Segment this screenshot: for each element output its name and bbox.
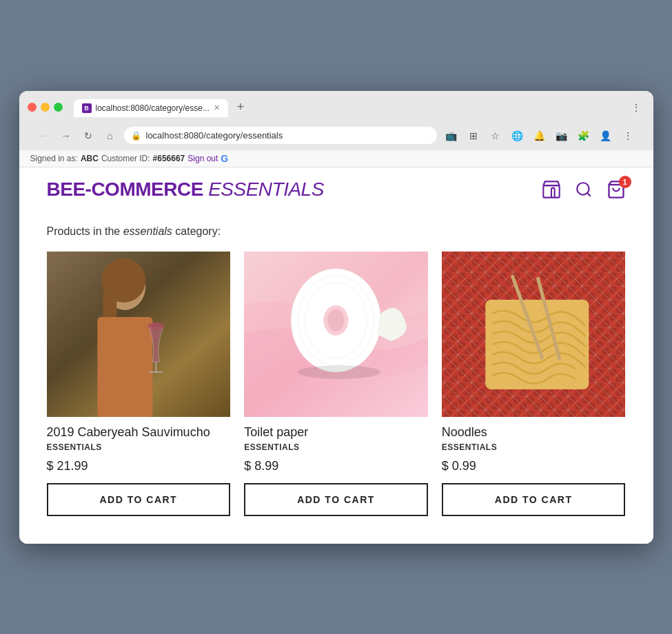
sign-out-link[interactable]: Sign out xyxy=(187,154,218,163)
close-button[interactable] xyxy=(28,103,37,112)
product-price-noodles: $ 0.99 xyxy=(442,459,626,473)
address-input[interactable] xyxy=(124,127,437,144)
svg-point-20 xyxy=(327,309,344,331)
tab-grid-button[interactable]: ⊞ xyxy=(465,127,482,145)
traffic-lights xyxy=(28,103,63,112)
customer-id-label: Customer ID: xyxy=(101,154,150,163)
ext2-button[interactable]: 🔔 xyxy=(531,127,549,145)
tab-title: localhost:8080/category/esse... xyxy=(96,103,210,113)
tab-close-button[interactable]: ✕ xyxy=(214,103,220,112)
product-image-noodles xyxy=(442,252,626,417)
signed-in-bar: Signed in as: ABC Customer ID: #656667 S… xyxy=(19,150,653,167)
browser-window: B localhost:8080/category/esse... ✕ + ⋮ … xyxy=(19,91,653,544)
product-category-wine: ESSENTIALS xyxy=(47,442,231,452)
add-to-cart-wine[interactable]: ADD TO CART xyxy=(47,483,231,516)
minimize-button[interactable] xyxy=(41,103,50,112)
address-bar-row: ← → ↻ ⌂ 🔒 📺 ⊞ ☆ 🌐 🔔 📷 🧩 👤 ⋮ xyxy=(28,123,645,150)
add-to-cart-noodles[interactable]: ADD TO CART xyxy=(442,483,626,516)
tab-bar: B localhost:8080/category/esse... ✕ + xyxy=(74,98,622,117)
logo-italic: ESSENTIALS xyxy=(208,178,324,200)
back-button[interactable]: ← xyxy=(36,127,52,144)
site-logo: BEE-COMMERCE ESSENTIALS xyxy=(47,178,324,201)
browser-chrome: B localhost:8080/category/esse... ✕ + ⋮ … xyxy=(19,91,653,150)
heading-prefix: Products in the xyxy=(47,225,121,237)
menu-button[interactable]: ⋮ xyxy=(619,127,637,145)
site-content: Products in the essentials category: xyxy=(19,212,653,544)
browser-toolbar-icons: ⋮ xyxy=(627,99,645,116)
product-name-noodles: Noodles xyxy=(442,425,626,440)
store-icon-button[interactable] xyxy=(542,180,561,199)
product-card-noodles: Noodles ESSENTIALS $ 0.99 ADD TO CART xyxy=(442,252,626,516)
product-image-toilet-paper xyxy=(244,252,428,417)
cart-icon-button[interactable]: 1 xyxy=(607,180,626,199)
new-tab-button[interactable]: + xyxy=(231,98,250,117)
product-grid: 2019 Caberyeah Sauvimucho ESSENTIALS $ 2… xyxy=(47,252,626,516)
header-icons: 1 xyxy=(542,180,626,199)
security-icon: 🔒 xyxy=(131,131,141,141)
heading-suffix: category: xyxy=(175,225,221,237)
svg-rect-12 xyxy=(47,252,231,417)
profile-button[interactable]: 👤 xyxy=(597,127,615,145)
logo-bold: BEE-COMMERCE xyxy=(47,178,203,200)
store-icon xyxy=(542,180,561,199)
bookmark-button[interactable]: ☆ xyxy=(487,127,505,145)
ext1-button[interactable]: 🌐 xyxy=(509,127,527,145)
address-bar-wrap: 🔒 xyxy=(124,127,437,144)
customer-id-value: #656667 xyxy=(153,154,185,163)
cart-badge: 1 xyxy=(619,176,631,188)
google-icon: G xyxy=(221,153,228,164)
category-name: essentials xyxy=(123,225,172,237)
product-category-toilet-paper: ESSENTIALS xyxy=(244,442,428,452)
category-heading: Products in the essentials category: xyxy=(47,225,626,238)
active-tab[interactable]: B localhost:8080/category/esse... ✕ xyxy=(74,99,228,117)
product-name-wine: 2019 Caberyeah Sauvimucho xyxy=(47,425,231,440)
product-price-wine: $ 21.99 xyxy=(47,459,231,473)
product-image-wine xyxy=(47,252,231,417)
reload-button[interactable]: ↻ xyxy=(80,127,96,144)
product-price-toilet-paper: $ 8.99 xyxy=(244,459,428,473)
extensions-button[interactable]: ⋮ xyxy=(627,99,645,116)
browser-ext-icons: 📺 ⊞ ☆ 🌐 🔔 📷 🧩 👤 ⋮ xyxy=(442,127,637,145)
cast-button[interactable]: 📺 xyxy=(442,127,460,145)
product-name-toilet-paper: Toilet paper xyxy=(244,425,428,440)
forward-button[interactable]: → xyxy=(58,127,74,144)
browser-controls: B localhost:8080/category/esse... ✕ + ⋮ xyxy=(28,98,645,117)
product-card-toilet-paper: Toilet paper ESSENTIALS $ 8.99 ADD TO CA… xyxy=(244,252,428,516)
maximize-button[interactable] xyxy=(54,103,63,112)
tab-favicon: B xyxy=(82,103,92,113)
site-header: BEE-COMMERCE ESSENTIALS xyxy=(19,167,653,212)
signed-in-username: ABC xyxy=(81,154,99,163)
product-category-noodles: ESSENTIALS xyxy=(442,442,626,452)
home-button[interactable]: ⌂ xyxy=(102,127,119,144)
ext4-button[interactable]: 🧩 xyxy=(575,127,593,145)
ext3-button[interactable]: 📷 xyxy=(553,127,571,145)
svg-point-1 xyxy=(577,183,589,194)
svg-point-21 xyxy=(298,365,380,379)
search-icon xyxy=(575,181,593,198)
signed-in-label: Signed in as: xyxy=(30,154,78,163)
add-to-cart-toilet-paper[interactable]: ADD TO CART xyxy=(244,483,428,516)
search-icon-button[interactable] xyxy=(575,181,593,198)
product-card-wine: 2019 Caberyeah Sauvimucho ESSENTIALS $ 2… xyxy=(47,252,231,516)
